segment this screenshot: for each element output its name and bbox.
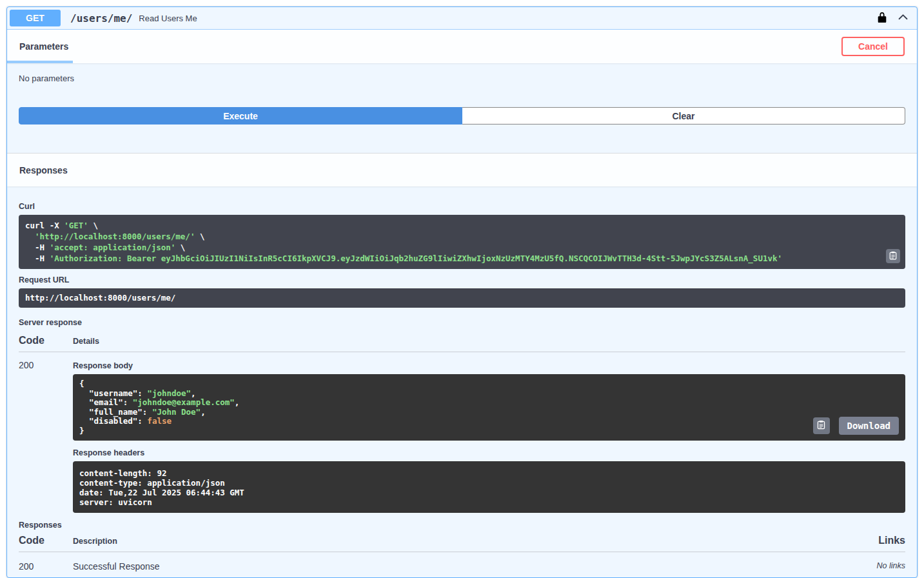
- no-parameters-text: No parameters: [19, 74, 905, 83]
- http-method-badge: GET: [10, 10, 61, 26]
- header-line: content-length: 92: [79, 468, 899, 478]
- response-headers-label: Response headers: [73, 448, 905, 457]
- request-url-block: http://localhost:8000/users/me/: [19, 288, 905, 308]
- lock-icon: [876, 11, 888, 26]
- header-line: content-type: application/json: [79, 478, 899, 488]
- chevron-up-icon: [897, 11, 909, 25]
- responses-body: Curl curl -X 'GET' \ 'http://localhost:8…: [7, 186, 917, 578]
- curl-line: curl -X 'GET' \: [25, 220, 883, 231]
- copy-curl-button[interactable]: [886, 249, 900, 263]
- code-column-header: Code: [19, 535, 73, 546]
- collapse-operation-button[interactable]: [897, 11, 909, 25]
- curl-label: Curl: [19, 202, 905, 211]
- header-line: server: uvicorn: [79, 497, 899, 507]
- responses-section-title: Responses: [19, 165, 68, 175]
- operation-block-get-users-me: GET /users/me/ Read Users Me Parameters …: [6, 6, 918, 578]
- details-column-header: Details: [73, 337, 905, 346]
- copy-response-button[interactable]: [813, 417, 830, 434]
- response-links: No links: [877, 561, 905, 572]
- response-body-label: Response body: [73, 361, 905, 370]
- links-column-header: Links: [878, 535, 905, 546]
- curl-line: -H 'Authorization: Bearer eyJhbGciOiJIUz…: [25, 253, 883, 264]
- responses-table-label: Responses: [19, 521, 905, 530]
- active-tab-underline: [7, 61, 73, 63]
- server-response-label: Server response: [19, 318, 905, 327]
- responses-section-header: Responses: [7, 153, 917, 186]
- code-column-header: Code: [19, 335, 73, 346]
- curl-line: 'http://localhost:8000/users/me/' \: [25, 231, 883, 242]
- response-description: Successful Response: [73, 561, 877, 572]
- response-definition-row: 200 Successful Response No links: [19, 552, 905, 578]
- server-response-details: Response body { "username": "johndoe", "…: [73, 360, 905, 513]
- endpoint-description: Read Users Me: [139, 14, 197, 23]
- response-headers-block: content-length: 92 content-type: applica…: [73, 461, 905, 513]
- responses-table-header: Code Description Links: [19, 535, 905, 552]
- execute-row: Execute Clear: [19, 107, 905, 125]
- request-url-label: Request URL: [19, 275, 905, 284]
- json-line: {: [79, 379, 899, 389]
- cancel-button[interactable]: Cancel: [841, 37, 905, 56]
- parameters-body: No parameters Execute Clear: [7, 63, 917, 153]
- endpoint-path: /users/me/: [70, 12, 132, 25]
- response-body-actions: Download: [813, 417, 899, 435]
- clipboard-icon: [816, 420, 826, 432]
- server-response-table-header: Code Details: [19, 335, 905, 352]
- curl-command-block: curl -X 'GET' \ 'http://localhost:8000/u…: [19, 215, 905, 269]
- clipboard-icon: [889, 251, 898, 262]
- response-status-code: 200: [19, 360, 73, 513]
- request-url-value: http://localhost:8000/users/me/: [25, 293, 899, 303]
- tab-header: Parameters Cancel: [7, 30, 917, 63]
- download-button[interactable]: Download: [839, 417, 899, 435]
- clear-button[interactable]: Clear: [462, 107, 905, 125]
- authorization-lock-button[interactable]: [876, 11, 888, 26]
- operation-summary[interactable]: GET /users/me/ Read Users Me: [7, 7, 917, 30]
- description-column-header: Description: [73, 537, 878, 546]
- header-line: date: Tue,22 Jul 2025 06:44:43 GMT: [79, 488, 899, 497]
- json-line: "email": "johndoe@example.com",: [79, 398, 899, 408]
- execute-button[interactable]: Execute: [19, 107, 462, 125]
- response-body-block: { "username": "johndoe", "email": "johnd…: [73, 374, 905, 441]
- json-line: "disabled": false: [79, 417, 899, 426]
- json-line: }: [79, 426, 899, 436]
- json-line: "full_name": "John Doe",: [79, 408, 899, 417]
- curl-line: -H 'accept: application/json' \: [25, 242, 883, 253]
- json-line: "username": "johndoe",: [79, 389, 899, 399]
- response-code: 200: [19, 561, 73, 572]
- server-response-row: 200 Response body { "username": "johndoe…: [19, 352, 905, 513]
- tab-parameters: Parameters: [19, 41, 68, 52]
